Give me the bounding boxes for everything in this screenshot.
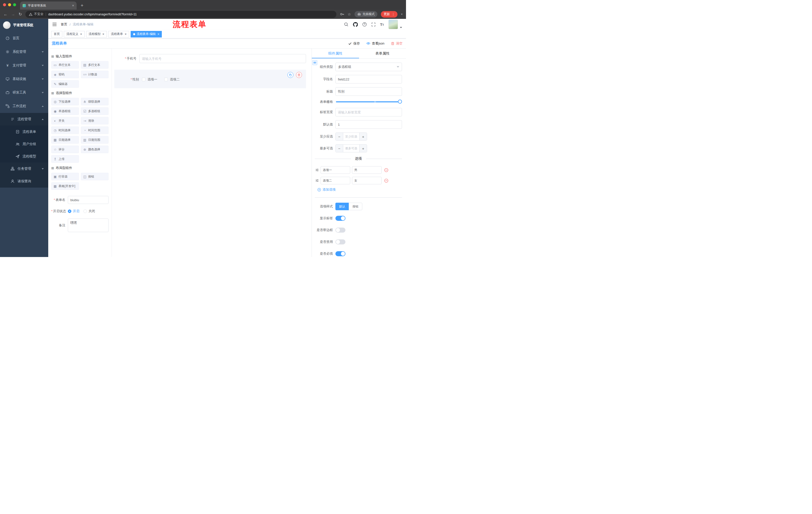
option-label-input[interactable] <box>321 177 350 184</box>
clear-button[interactable]: 清空 <box>391 41 403 46</box>
palette-item-slider[interactable]: ⊸滑块 <box>81 117 109 125</box>
option-label-input[interactable] <box>321 166 350 174</box>
window-close-button[interactable] <box>3 3 6 6</box>
gender-checkbox-option1[interactable]: 选项一 <box>142 77 157 82</box>
field-name-input[interactable] <box>336 75 402 83</box>
plus-icon[interactable]: + <box>359 144 367 152</box>
save-button[interactable]: 保存 <box>348 41 360 46</box>
sidebar-item-system[interactable]: 系统管理 <box>0 45 48 59</box>
palette-item-radio-group[interactable]: ◉单选框组 <box>51 107 79 115</box>
tag-close-icon[interactable]: × <box>103 32 105 36</box>
forward-icon[interactable]: → <box>11 12 15 16</box>
drag-handle-icon[interactable] <box>315 179 319 182</box>
sidebar-item-infrastructure[interactable]: 基础设施 <box>0 72 48 86</box>
remove-option-button[interactable] <box>384 168 388 172</box>
canvas-field-gender-selected[interactable]: *性别 选项一 选项二 <box>114 70 306 88</box>
drag-handle-icon[interactable] <box>315 168 319 172</box>
option-value-input[interactable] <box>352 166 382 174</box>
sidebar-item-devtools[interactable]: 研发工具 <box>0 86 48 99</box>
security-warning[interactable]: 不安全 <box>29 12 44 16</box>
palette-item-editor[interactable]: ✎编辑器 <box>51 80 79 88</box>
palette-item-cascader[interactable]: ⋔级联选择 <box>81 98 109 105</box>
palette-item-date-picker[interactable]: ▦日期选择 <box>51 136 79 143</box>
remove-option-button[interactable] <box>384 179 388 183</box>
window-minimize-button[interactable] <box>8 3 11 6</box>
label-width-input[interactable] <box>336 108 402 116</box>
add-option-button[interactable]: 添加选项 <box>317 187 402 192</box>
palette-item-rate[interactable]: ☆评分 <box>51 145 79 153</box>
tab-form-props[interactable]: 表单属性 <box>359 49 406 58</box>
palette-item-date-range[interactable]: ▥日期范围 <box>81 136 109 143</box>
sidebar-item-leave-query[interactable]: 请假查询 <box>0 175 48 188</box>
new-tab-button[interactable]: + <box>81 3 83 8</box>
tab-component-props[interactable]: 组件属性 <box>312 49 359 58</box>
sidebar-item-workflow[interactable]: 工作流程 <box>0 99 48 113</box>
plus-icon[interactable]: + <box>359 133 367 140</box>
view-json-button[interactable]: 查看json <box>366 41 384 46</box>
tab-close-icon[interactable]: × <box>72 3 74 7</box>
search-icon[interactable] <box>344 22 348 27</box>
form-name-input[interactable] <box>68 196 109 204</box>
password-key-icon[interactable] <box>340 12 344 16</box>
palette-item-select[interactable]: ◎下拉选择 <box>51 98 79 105</box>
minus-icon[interactable]: − <box>336 144 343 152</box>
tag-process-form-edit[interactable]: 流程表单-编辑× <box>130 31 162 37</box>
palette-item-counter[interactable]: 123计数器 <box>81 71 109 78</box>
tag-process-model[interactable]: 流程模型× <box>86 31 107 37</box>
palette-item-color-picker[interactable]: ⊛颜色选择 <box>81 145 109 153</box>
default-value-input[interactable] <box>336 120 402 129</box>
sidebar-item-user-group[interactable]: 用户分组 <box>0 138 48 150</box>
sidebar-item-task-manage[interactable]: 任务管理 <box>0 162 48 175</box>
palette-item-single-line-text[interactable]: ▭单行文本 <box>51 61 79 69</box>
palette-item-checkbox-group[interactable]: ☑多选框组 <box>81 107 109 115</box>
github-icon[interactable] <box>353 22 358 27</box>
minus-icon[interactable]: − <box>336 133 343 140</box>
phone-input[interactable] <box>140 54 306 63</box>
form-canvas[interactable]: *手机号 <box>112 49 312 257</box>
help-icon[interactable] <box>362 22 367 27</box>
browser-tab[interactable]: 芋道管理系统 × <box>20 1 77 9</box>
breadcrumb-home[interactable]: 首页 <box>61 22 67 27</box>
palette-item-password[interactable]: ◈密码 <box>51 71 79 78</box>
palette-item-time-range[interactable]: ◔时间范围 <box>81 127 109 134</box>
browser-update-button[interactable]: 更新 ⋮ <box>381 11 398 18</box>
sidebar-item-payment[interactable]: ¥ 支付管理 <box>0 59 48 72</box>
border-toggle[interactable] <box>336 227 345 233</box>
window-zoom-button[interactable] <box>13 3 16 6</box>
copy-component-button[interactable] <box>287 72 293 78</box>
palette-item-switch[interactable]: ◐开关 <box>51 117 79 125</box>
browser-dropdown-caret-icon[interactable]: ▾ <box>401 12 403 16</box>
hamburger-icon[interactable] <box>52 22 57 26</box>
user-avatar[interactable] <box>388 20 398 29</box>
status-radio-off[interactable]: 关闭 <box>83 209 95 214</box>
tag-process-form[interactable]: 流程表单× <box>108 31 129 37</box>
form-grid-slider[interactable] <box>336 101 400 102</box>
palette-item-multi-line-text[interactable]: ▤多行文本 <box>81 61 109 69</box>
style-default-button[interactable]: 默认 <box>336 203 349 210</box>
sidebar-logo[interactable]: 芋道管理系统 <box>0 19 48 31</box>
disabled-toggle[interactable] <box>336 239 345 244</box>
sidebar-item-process-model[interactable]: 流程模型 <box>0 150 48 162</box>
component-type-select[interactable]: 多选框组 <box>336 63 402 71</box>
palette-item-upload[interactable]: ↥上传 <box>51 155 79 163</box>
tag-close-icon[interactable]: × <box>80 32 82 36</box>
required-toggle[interactable] <box>336 251 345 256</box>
option-value-input[interactable] <box>352 177 382 184</box>
link-icon[interactable] <box>312 60 317 65</box>
delete-component-button[interactable] <box>296 72 302 78</box>
slider-handle[interactable] <box>398 100 402 104</box>
tag-close-icon[interactable]: × <box>157 32 160 36</box>
max-select-value[interactable]: 最多可选 <box>343 144 359 152</box>
palette-item-time-picker[interactable]: ◷时间选择 <box>51 127 79 134</box>
canvas-field-phone[interactable]: *手机号 <box>112 54 306 63</box>
gender-checkbox-option2[interactable]: 选项二 <box>164 77 180 82</box>
status-radio-on[interactable]: 开启 <box>68 209 79 214</box>
font-size-icon[interactable]: TT <box>380 22 384 27</box>
reload-icon[interactable]: ↻ <box>19 12 22 16</box>
tag-close-icon[interactable]: × <box>125 32 127 36</box>
min-select-value[interactable]: 至少应选 <box>343 133 359 140</box>
form-remark-textarea[interactable]: 嘿嘿 <box>68 218 109 232</box>
bookmark-star-icon[interactable]: ☆ <box>348 12 351 17</box>
address-bar[interactable]: 不安全 dashboard.yudao.iocoder.cn/bpm/manag… <box>25 11 336 18</box>
back-icon[interactable]: ← <box>3 12 7 16</box>
